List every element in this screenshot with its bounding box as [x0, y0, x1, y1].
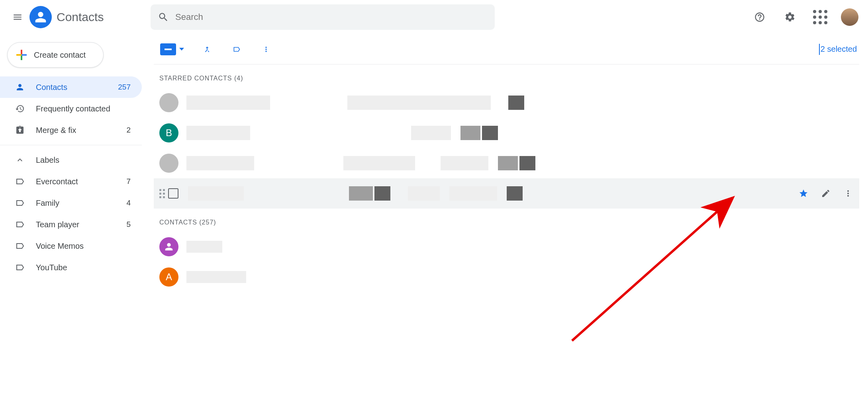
row-checkbox[interactable] [168, 188, 178, 199]
edit-button[interactable] [819, 186, 833, 201]
sidebar-label-evercontact[interactable]: Evercontact 7 [0, 171, 142, 192]
contact-avatar [159, 93, 178, 112]
label-button[interactable] [230, 43, 243, 56]
contact-row[interactable]: B [154, 118, 859, 148]
sidebar-item-count: 5 [126, 220, 131, 229]
search-input[interactable] [174, 12, 488, 23]
labels-toggle[interactable]: Labels [0, 149, 142, 171]
contact-row[interactable] [154, 148, 859, 178]
star-filled-icon [799, 188, 808, 199]
account-avatar[interactable] [841, 8, 858, 26]
merge-icon [203, 44, 211, 55]
settings-button[interactable] [780, 8, 799, 27]
sidebar-item-label: Contacts [36, 83, 67, 92]
sidebar-divider [0, 145, 142, 145]
sidebar-item-contacts[interactable]: Contacts 257 [0, 76, 142, 98]
label-icon [15, 220, 25, 229]
sidebar-item-count: 7 [126, 177, 131, 186]
chevron-up-icon [15, 155, 25, 165]
label-icon [233, 44, 241, 55]
sidebar-label-youtube[interactable]: YouTube [0, 257, 142, 278]
sidebar-item-frequently-contacted[interactable]: Frequently contacted [0, 98, 142, 119]
star-button[interactable] [796, 186, 811, 201]
contact-avatar [159, 154, 178, 173]
sidebar: Create contact Contacts 257 Frequently c… [0, 34, 142, 398]
sidebar-label-team-player[interactable]: Team player 5 [0, 214, 142, 235]
sidebar-item-label: Evercontact [36, 177, 78, 186]
contact-row[interactable] [154, 232, 859, 262]
main-area: 2 selected STARRED CONTACTS (4) B [142, 34, 868, 398]
create-contact-label: Create contact [34, 51, 86, 60]
sidebar-item-label: Family [36, 199, 59, 208]
contact-avatar: A [159, 267, 178, 287]
create-contact-button[interactable]: Create contact [7, 42, 104, 68]
contacts-section-title: CONTACTS (257) [154, 209, 859, 232]
sidebar-item-label: YouTube [36, 263, 67, 272]
sidebar-item-count: 257 [118, 83, 131, 92]
sidebar-item-merge-fix[interactable]: Merge & fix 2 [0, 119, 142, 141]
indeterminate-checkbox-icon [160, 43, 176, 55]
help-button[interactable] [750, 8, 769, 27]
sidebar-item-count: 2 [126, 126, 131, 135]
main-menu-button[interactable] [8, 8, 27, 27]
contact-row[interactable]: A [154, 262, 859, 292]
pencil-icon [821, 189, 831, 198]
search-bar[interactable] [151, 4, 495, 30]
merge-button[interactable] [201, 43, 214, 56]
sidebar-item-label: Frequently contacted [36, 104, 110, 113]
starred-section-title: STARRED CONTACTS (4) [154, 64, 859, 88]
search-icon [158, 12, 169, 23]
merge-fix-icon [15, 125, 25, 135]
selected-count: 2 selected [819, 44, 857, 55]
gear-icon [784, 12, 796, 23]
contact-row[interactable] [154, 88, 859, 118]
sidebar-item-count: 4 [126, 199, 131, 207]
sidebar-item-label: Merge & fix [36, 126, 76, 135]
hamburger-icon [12, 12, 23, 22]
app-title: Contacts [57, 10, 104, 24]
sidebar-label-voice-memos[interactable]: Voice Memos [0, 235, 142, 257]
help-icon [754, 12, 765, 23]
sidebar-item-label: Voice Memos [36, 242, 84, 251]
selection-toggle[interactable] [160, 43, 184, 55]
apps-grid-icon [813, 10, 827, 24]
contacts-logo-icon [29, 6, 52, 28]
more-actions-button[interactable] [260, 43, 272, 56]
caret-down-icon [179, 48, 184, 51]
bulk-toolbar: 2 selected [154, 34, 859, 64]
google-apps-button[interactable] [811, 8, 830, 27]
header: Contacts [0, 0, 868, 34]
history-icon [15, 104, 25, 113]
label-icon [15, 177, 25, 186]
more-vert-icon [262, 44, 270, 55]
contact-avatar [159, 237, 178, 256]
label-icon [15, 263, 25, 272]
plus-icon [16, 50, 27, 60]
app-logo[interactable]: Contacts [29, 6, 149, 28]
contact-row-hovered[interactable] [154, 178, 859, 209]
contact-avatar: B [159, 123, 178, 142]
drag-handle-icon[interactable] [159, 189, 165, 198]
labels-header-text: Labels [36, 156, 59, 165]
header-actions [750, 8, 858, 27]
more-vert-icon [843, 189, 853, 198]
label-icon [15, 198, 25, 208]
sidebar-item-label: Team player [36, 220, 79, 229]
row-more-button[interactable] [841, 186, 855, 201]
person-icon [15, 82, 25, 92]
sidebar-label-family[interactable]: Family 4 [0, 192, 142, 214]
svg-rect-0 [165, 49, 172, 50]
label-icon [15, 241, 25, 251]
